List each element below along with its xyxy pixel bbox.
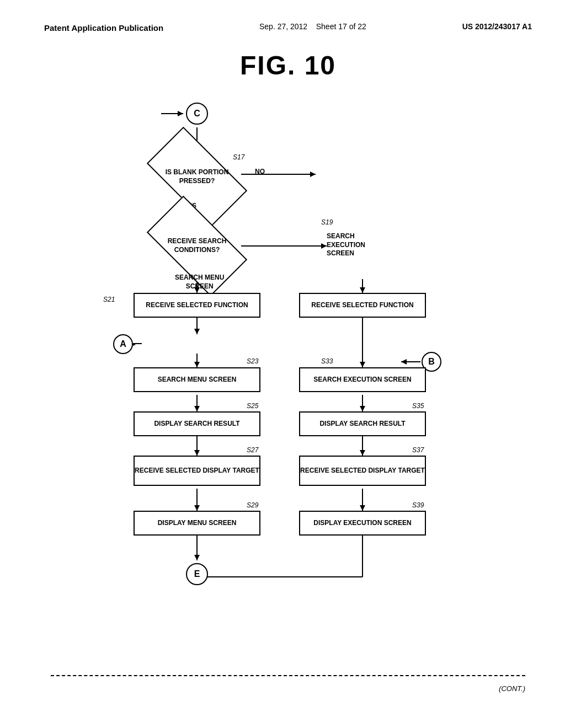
- rect-receive-selected-function-right: RECEIVE SELECTED FUNCTION: [299, 293, 426, 318]
- svg-marker-19: [194, 406, 200, 411]
- step-s37: S37: [412, 446, 424, 454]
- svg-marker-23: [194, 450, 200, 456]
- flowchart-svg: [51, 97, 525, 704]
- svg-marker-25: [360, 450, 365, 456]
- figure-title: FIG. 10: [44, 50, 532, 81]
- svg-marker-15: [194, 362, 200, 367]
- rect-receive-selected-display-target-left: RECEIVE SELECTED DISPLAY TARGET: [134, 456, 260, 486]
- step-s29: S29: [247, 501, 258, 509]
- cont-label: (CONT.): [499, 684, 525, 693]
- rect-display-search-result-right: DISPLAY SEARCH RESULT: [299, 411, 426, 436]
- step-s35: S35: [412, 402, 424, 410]
- search-exec-screen-label: SEARCHEXECUTIONSCREEN: [327, 232, 365, 258]
- svg-marker-13: [194, 329, 200, 334]
- diamond-blank-pressed: IS BLANK PORTIONPRESSED?: [153, 152, 241, 202]
- node-E: E: [186, 563, 208, 585]
- svg-marker-38: [178, 111, 183, 116]
- rect-receive-selected-display-target-right: RECEIVE SELECTED DISPLAY TARGET: [299, 456, 426, 486]
- header-sheet: Sheet 17 of 22: [316, 22, 366, 31]
- diamond-receive-search: RECEIVE SEARCHCONDITIONS?: [153, 221, 241, 271]
- rect-display-menu-screen: DISPLAY MENU SCREEN: [134, 511, 260, 536]
- svg-marker-36: [401, 359, 407, 365]
- rect-display-search-result-left: DISPLAY SEARCH RESULT: [134, 411, 260, 436]
- svg-marker-29: [360, 505, 365, 511]
- header-publication-label: Patent Application Publication: [44, 22, 163, 34]
- step-s19: S19: [321, 218, 333, 226]
- dashed-divider: [51, 675, 525, 676]
- header-patent: US 2012/243017 A1: [462, 22, 532, 31]
- step-s23: S23: [247, 357, 258, 365]
- node-C: C: [186, 103, 208, 125]
- header-date: Sep. 27, 2012: [259, 22, 307, 31]
- step-s25: S25: [247, 402, 258, 410]
- step-s21: S21: [103, 296, 115, 303]
- rect-search-menu-screen: SEARCH MENU SCREEN: [134, 367, 260, 392]
- svg-marker-27: [194, 505, 200, 511]
- step-s27: S27: [247, 446, 258, 454]
- svg-marker-17: [360, 362, 365, 367]
- svg-marker-31: [194, 555, 200, 560]
- step-s33: S33: [321, 357, 333, 365]
- step-s39: S39: [412, 501, 424, 509]
- rect-search-execution-screen: SEARCH EXECUTION SCREEN: [299, 367, 426, 392]
- svg-marker-21: [360, 406, 365, 411]
- svg-marker-11: [360, 287, 365, 293]
- rect-display-execution-screen: DISPLAY EXECUTION SCREEN: [299, 511, 426, 536]
- a-line: [133, 343, 142, 344]
- page-header: Patent Application Publication Sep. 27, …: [44, 22, 532, 34]
- patent-page: Patent Application Publication Sep. 27, …: [0, 0, 565, 728]
- header-date-sheet: Sep. 27, 2012 Sheet 17 of 22: [259, 22, 366, 31]
- search-menu-screen-label: SEARCH MENUSCREEN: [175, 274, 224, 291]
- node-A: A: [113, 334, 133, 354]
- svg-marker-9: [321, 243, 327, 249]
- no-label-1: NO: [255, 168, 265, 175]
- flowchart-diagram: C S17 IS BLANK PORTIONPRESSED? YES NO S1…: [51, 97, 525, 704]
- rect-receive-selected-function-left: RECEIVE SELECTED FUNCTION: [134, 293, 260, 318]
- svg-marker-5: [310, 172, 316, 177]
